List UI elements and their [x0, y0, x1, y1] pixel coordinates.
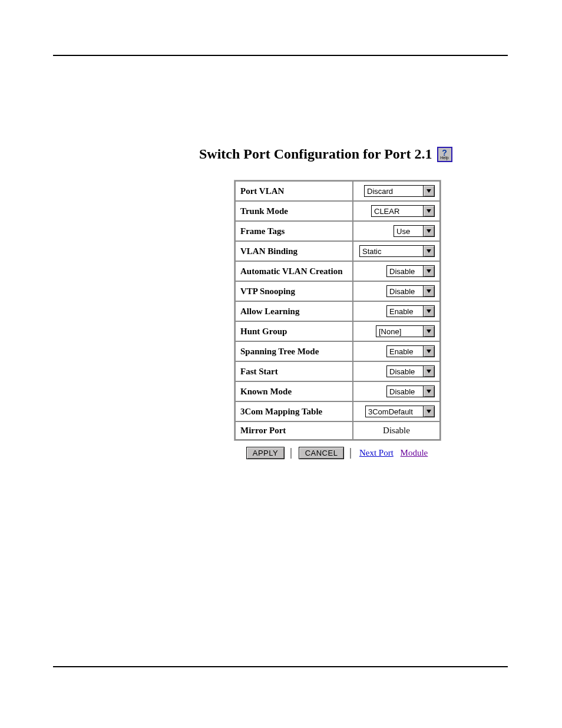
field-label: Port VLAN — [236, 182, 352, 200]
field-value-cell: Use — [353, 222, 439, 241]
chevron-down-icon — [423, 386, 434, 397]
cancel-button[interactable]: CANCEL — [299, 447, 345, 459]
config-row: Port VLANDiscard — [236, 182, 439, 200]
config-row: Known ModeDisable — [236, 382, 439, 401]
config-row: VLAN BindingStatic — [236, 242, 439, 261]
chevron-down-icon — [423, 326, 434, 337]
field-value-cell: Discard — [353, 182, 439, 200]
module-link[interactable]: Module — [401, 448, 428, 457]
config-row: Automatic VLAN CreationDisable — [236, 262, 439, 281]
chevron-down-icon — [423, 186, 434, 196]
dropdown[interactable]: 3ComDefault — [365, 406, 435, 417]
dropdown[interactable]: Disable — [386, 265, 435, 277]
dropdown-value: Use — [394, 226, 423, 236]
dropdown-value: Enable — [387, 306, 423, 317]
help-label: Help — [440, 156, 448, 160]
content-area: Switch Port Configuration for Port 2.1 ?… — [199, 146, 476, 459]
field-label: Fast Start — [236, 362, 352, 381]
svg-marker-8 — [427, 350, 431, 353]
svg-marker-4 — [427, 269, 431, 273]
dropdown-value: Static — [360, 246, 423, 256]
chevron-down-icon — [423, 286, 434, 297]
config-row: Mirror PortDisable — [236, 422, 439, 439]
dropdown-value: Disable — [387, 366, 423, 377]
dropdown-value: Disable — [387, 266, 423, 276]
config-table: Port VLANDiscardTrunk ModeCLEARFrame Tag… — [234, 180, 441, 441]
svg-marker-11 — [427, 410, 431, 413]
config-row: Frame TagsUse — [236, 222, 439, 241]
dropdown-value: Disable — [387, 286, 423, 297]
field-label: Frame Tags — [236, 222, 352, 241]
field-label: VLAN Binding — [236, 242, 352, 261]
dropdown[interactable]: Enable — [386, 345, 435, 357]
field-value-cell: [None] — [353, 322, 439, 341]
svg-marker-0 — [427, 189, 431, 193]
dropdown[interactable]: Static — [359, 245, 435, 257]
dropdown-value: Enable — [387, 346, 423, 357]
separator — [290, 448, 292, 459]
separator — [350, 448, 351, 459]
chevron-down-icon — [423, 206, 434, 216]
field-value-cell: Static — [353, 242, 439, 261]
dropdown-value: [None] — [376, 326, 423, 337]
help-icon: ? — [442, 150, 447, 156]
actions-row: APPLY CANCEL Next Port Module — [234, 447, 441, 459]
chevron-down-icon — [423, 306, 434, 317]
dropdown[interactable]: Disable — [386, 285, 435, 297]
chevron-down-icon — [423, 266, 434, 276]
field-static-value: Disable — [353, 422, 439, 439]
next-port-link[interactable]: Next Port — [359, 448, 394, 457]
dropdown[interactable]: [None] — [376, 325, 435, 337]
field-value-cell: 3ComDefault — [353, 402, 439, 421]
field-value-cell: CLEAR — [353, 202, 439, 220]
field-value-cell: Disable — [353, 382, 439, 401]
dropdown-value: CLEAR — [372, 206, 423, 216]
field-value-cell: Disable — [353, 262, 439, 281]
config-row: Allow LearningEnable — [236, 302, 439, 321]
page: Switch Port Configuration for Port 2.1 ?… — [0, 0, 562, 728]
field-label: Automatic VLAN Creation — [236, 262, 352, 281]
dropdown[interactable]: Discard — [364, 185, 435, 197]
config-row: Spanning Tree ModeEnable — [236, 342, 439, 361]
svg-marker-6 — [427, 309, 431, 313]
svg-marker-9 — [427, 370, 431, 373]
apply-button[interactable]: APPLY — [246, 447, 285, 459]
dropdown-value: 3ComDefault — [366, 406, 423, 417]
field-label: Known Mode — [236, 382, 352, 401]
config-row: Trunk ModeCLEAR — [236, 202, 439, 220]
field-value-cell: Enable — [353, 302, 439, 321]
dropdown-value: Discard — [365, 186, 423, 196]
svg-marker-10 — [427, 390, 431, 393]
help-button[interactable]: ? Help — [437, 147, 452, 162]
svg-marker-7 — [427, 330, 431, 333]
svg-marker-5 — [427, 289, 431, 293]
title-row: Switch Port Configuration for Port 2.1 ?… — [199, 146, 476, 162]
field-value-cell: Disable — [353, 362, 439, 381]
config-row: VTP SnoopingDisable — [236, 282, 439, 301]
chevron-down-icon — [423, 346, 434, 357]
field-label: Allow Learning — [236, 302, 352, 321]
chevron-down-icon — [423, 246, 434, 256]
field-label: Trunk Mode — [236, 202, 352, 220]
svg-marker-3 — [427, 249, 431, 253]
field-label: 3Com Mapping Table — [236, 402, 352, 421]
svg-marker-2 — [427, 229, 431, 233]
field-label: Hunt Group — [236, 322, 352, 341]
field-label: Spanning Tree Mode — [236, 342, 352, 361]
config-row: Hunt Group[None] — [236, 322, 439, 341]
field-value-cell: Disable — [353, 282, 439, 301]
dropdown[interactable]: Disable — [386, 365, 435, 377]
field-label: VTP Snooping — [236, 282, 352, 301]
dropdown[interactable]: Use — [394, 225, 435, 237]
dropdown[interactable]: Enable — [386, 305, 435, 317]
chevron-down-icon — [423, 406, 434, 417]
dropdown[interactable]: CLEAR — [371, 205, 435, 217]
chevron-down-icon — [423, 366, 434, 377]
bottom-rule — [53, 666, 508, 667]
field-value-cell: Enable — [353, 342, 439, 361]
page-title: Switch Port Configuration for Port 2.1 — [199, 146, 432, 162]
top-rule — [53, 55, 508, 56]
dropdown[interactable]: Disable — [386, 386, 435, 397]
config-row: 3Com Mapping Table3ComDefault — [236, 402, 439, 421]
chevron-down-icon — [423, 226, 434, 236]
